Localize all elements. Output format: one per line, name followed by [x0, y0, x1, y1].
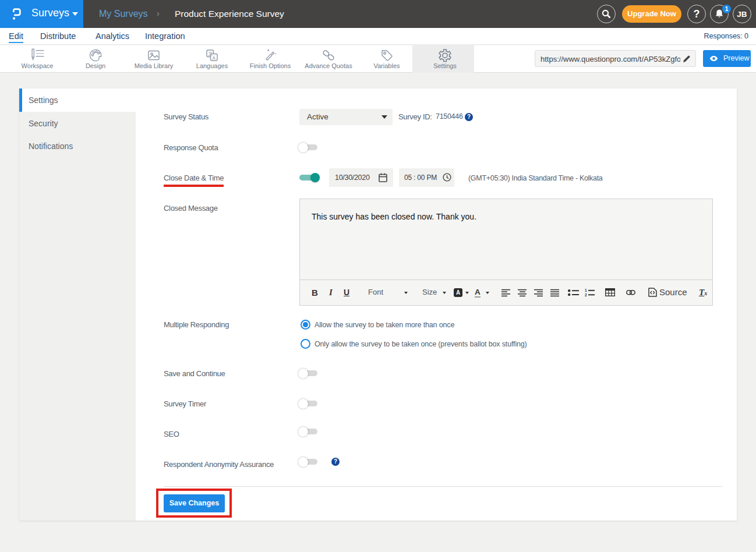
- svg-text:A: A: [213, 55, 216, 61]
- svg-text:1: 1: [585, 289, 587, 292]
- svg-text:2: 2: [585, 293, 587, 297]
